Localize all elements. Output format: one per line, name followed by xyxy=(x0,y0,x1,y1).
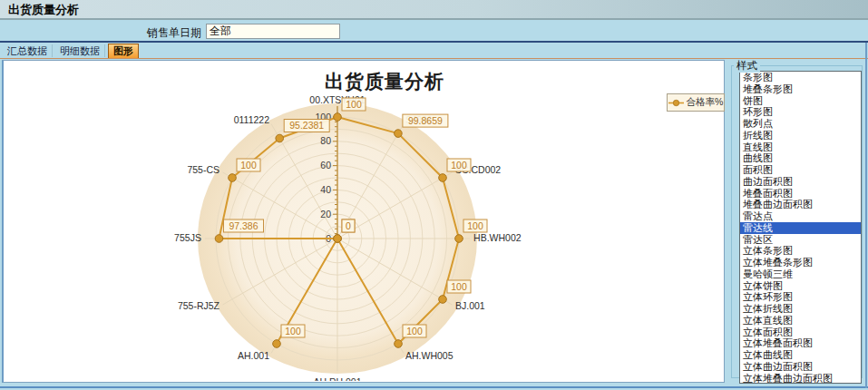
svg-text:40: 40 xyxy=(320,184,331,195)
style-list-item[interactable]: 曲线图 xyxy=(740,152,861,164)
window-bottom-border xyxy=(0,386,868,388)
style-list-item[interactable]: 折线图 xyxy=(740,130,861,141)
style-list-item[interactable]: 立体曲线图 xyxy=(740,349,861,361)
style-list-item[interactable]: 立体堆叠面积图 xyxy=(740,337,861,349)
style-list-item[interactable]: 散列点 xyxy=(740,118,861,130)
svg-text:AH.001: AH.001 xyxy=(238,350,269,361)
style-listbox[interactable]: 条形图堆叠条形图饼图环形图散列点折线图直线图曲线图面积图曲边面积图堆叠面积图堆叠… xyxy=(739,71,862,384)
svg-text:HB.WH002: HB.WH002 xyxy=(473,232,522,243)
tab-1[interactable]: 明细数据 xyxy=(55,44,105,57)
tab-0[interactable]: 汇总数据 xyxy=(3,44,53,57)
style-list-item[interactable]: 立体面积图 xyxy=(740,327,861,338)
svg-text:20: 20 xyxy=(320,209,331,219)
style-list-item[interactable]: 立体条形图 xyxy=(740,245,861,257)
style-list-item[interactable]: 立体环形图 xyxy=(740,291,861,303)
svg-text:100: 100 xyxy=(467,220,483,231)
style-list-item[interactable]: 堆叠条形图 xyxy=(740,83,861,95)
svg-text:0111222: 0111222 xyxy=(234,114,269,125)
main-content: 02040608010000.XTSYH01SJ001SC.CD002HB.WH… xyxy=(0,59,868,386)
svg-text:AH.WH005: AH.WH005 xyxy=(405,350,454,361)
legend[interactable]: 合格率% xyxy=(667,93,725,112)
style-list-item[interactable]: 条形图 xyxy=(740,72,861,83)
svg-text:AH.RH.001: AH.RH.001 xyxy=(313,376,361,381)
style-list-item[interactable]: 直线图 xyxy=(740,141,861,153)
radar-chart: 02040608010000.XTSYH01SJ001SC.CD002HB.WH… xyxy=(4,61,723,381)
style-list-item[interactable]: 雷达区 xyxy=(740,234,861,246)
svg-text:97.386: 97.386 xyxy=(229,220,258,231)
style-group: 样式 条形图堆叠条形图饼图环形图散列点折线图直线图曲线图面积图曲边面积图堆叠面积… xyxy=(731,59,864,380)
style-list-item[interactable]: 雷达线 xyxy=(740,222,861,234)
style-list-item[interactable]: 饼图 xyxy=(740,95,861,107)
style-list-item[interactable]: 立体曲边面积图 xyxy=(740,361,861,373)
svg-text:95.2381: 95.2381 xyxy=(289,120,324,131)
svg-text:60: 60 xyxy=(320,160,331,171)
filter-bar: 销售单日期 xyxy=(0,22,868,43)
window-right-border xyxy=(865,43,867,388)
svg-text:100: 100 xyxy=(285,326,301,336)
style-list-item[interactable]: 堆叠面积图 xyxy=(740,188,861,200)
svg-text:100: 100 xyxy=(451,160,467,171)
tab-bar: 汇总数据明细数据图形 xyxy=(0,43,868,59)
style-list-item[interactable]: 面积图 xyxy=(740,164,861,176)
style-list-item[interactable]: 立体饼图 xyxy=(740,280,861,292)
svg-text:755JS: 755JS xyxy=(174,232,201,243)
sales-date-input[interactable] xyxy=(206,24,340,39)
chart-panel: 02040608010000.XTSYH01SJ001SC.CD002HB.WH… xyxy=(2,60,725,383)
svg-text:100: 100 xyxy=(451,281,467,292)
style-list-item[interactable]: 立体折线图 xyxy=(740,303,861,315)
style-list-item[interactable]: 环形图 xyxy=(740,106,861,118)
style-list-item[interactable]: 雷达点 xyxy=(740,210,861,222)
style-list-item[interactable]: 曲边面积图 xyxy=(740,176,861,188)
tab-2[interactable]: 图形 xyxy=(108,44,139,58)
chart-title: 出货质量分析 xyxy=(258,69,512,94)
style-group-title: 样式 xyxy=(734,59,760,73)
svg-text:80: 80 xyxy=(320,135,331,146)
svg-text:100: 100 xyxy=(346,99,362,110)
svg-text:755-RJ5Z: 755-RJ5Z xyxy=(178,300,220,311)
svg-text:99.8659: 99.8659 xyxy=(408,115,443,126)
style-list-item[interactable]: 堆叠曲边面积图 xyxy=(740,199,861,210)
sales-date-label: 销售单日期 xyxy=(109,25,201,41)
svg-text:0: 0 xyxy=(346,220,351,231)
style-list-item[interactable]: 曼哈顿三维 xyxy=(740,268,861,280)
line-dot-icon xyxy=(668,99,684,107)
svg-text:100: 100 xyxy=(406,326,423,336)
svg-text:BJ.001: BJ.001 xyxy=(455,300,485,311)
style-list-item[interactable]: 立体堆叠条形图 xyxy=(740,257,861,268)
legend-label: 合格率% xyxy=(687,96,724,109)
svg-text:755-CS: 755-CS xyxy=(187,164,219,175)
style-list-item[interactable]: 立体直线图 xyxy=(740,315,861,327)
svg-text:100: 100 xyxy=(240,160,257,171)
style-list-item[interactable]: 立体堆叠曲边面积图 xyxy=(740,373,861,385)
window-title: 出货质量分析 xyxy=(0,0,868,20)
